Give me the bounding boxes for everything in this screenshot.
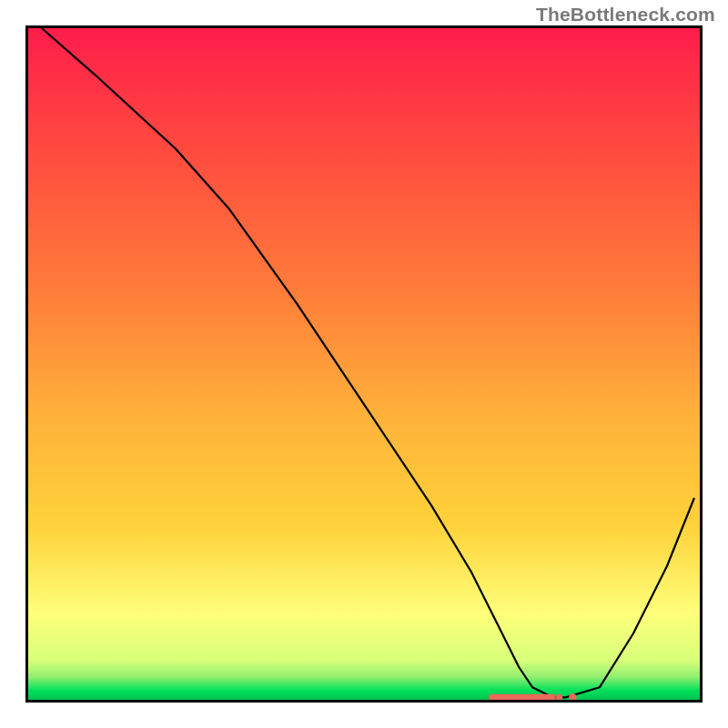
chart-container: TheBottleneck.com — [0, 0, 728, 728]
bottleneck-chart — [0, 0, 728, 728]
gradient-background — [27, 27, 701, 701]
